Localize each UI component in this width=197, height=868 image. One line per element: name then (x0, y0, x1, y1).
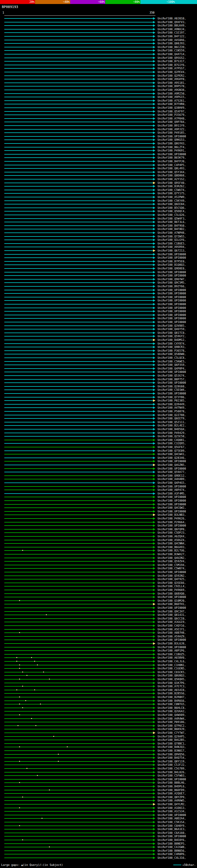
hit-label[interactable]: UniRef100_Q25E58, (158, 435, 186, 438)
hit-label[interactable]: UniRef100_B9P578, (158, 85, 186, 88)
hit-label[interactable]: UniRef100_A654I8, (158, 688, 186, 692)
hit-label[interactable]: UniRef100_A52PW9, (158, 195, 186, 199)
hit-label[interactable]: UniRef100_B6LZT4, (158, 146, 186, 149)
hit-label[interactable]: UniRef100_UPI0000 (158, 595, 186, 599)
hit-label[interactable]: UniRef100_C1BUE5, (158, 242, 186, 245)
hit-label[interactable]: UniRef100_B6DTH1, (158, 602, 186, 606)
hit-label[interactable]: UniRef100_UPI0000 (158, 835, 186, 838)
hit-label[interactable]: UniRef100_Q67213, (158, 249, 186, 252)
hit-label[interactable]: UniRef100_Q5GF67, (158, 445, 186, 449)
hit-label[interactable]: UniRef100_UPI0000 (158, 271, 186, 274)
hit-label[interactable]: UniRef100_Q4GZN5, (158, 463, 186, 467)
hit-label[interactable]: UniRef100_B8P757, (158, 378, 186, 381)
hit-label[interactable]: UniRef100_Q4CW41, (158, 453, 186, 456)
hit-label[interactable]: UniRef100_A9PJZ2, (158, 128, 186, 131)
hit-label[interactable]: UniRef100_Q4WX89, (158, 713, 186, 717)
hit-label[interactable]: UniRef100_A7S261, (158, 99, 186, 102)
hit-label[interactable]: UniRef100_UPI0000 (158, 306, 186, 310)
hit-label[interactable]: UniRef100_Q4YLM2, (158, 803, 186, 806)
hit-label[interactable]: UniRef100_C5LQ26, (158, 213, 186, 217)
hit-label[interactable]: UniRef100_UPI0000 (158, 813, 186, 817)
hit-label[interactable]: UniRef100_UPI0000 (158, 256, 186, 259)
hit-label[interactable]: UniRef100_Q00J93, (158, 42, 186, 45)
hit-label[interactable]: UniRef100_A59AZ9, (158, 635, 186, 638)
hit-label[interactable]: UniRef100_Q59A77, (158, 470, 186, 474)
hit-label[interactable]: UniRef100_C1GEN5, (158, 667, 186, 670)
hit-label[interactable]: UniRef100_Q4CQW2, (158, 506, 186, 509)
hit-label[interactable]: UniRef100_B911Y9, (158, 124, 186, 127)
hit-label[interactable]: UniRef100_P49691, (158, 149, 186, 152)
hit-label[interactable]: UniRef100_Q7P6C2, (158, 724, 186, 727)
hit-label[interactable]: UniRef100_UPI0000 (158, 299, 186, 302)
hit-label[interactable]: UniRef100_C5KY49, (158, 199, 186, 203)
hit-label[interactable]: UniRef100_P49669, (158, 588, 186, 592)
hit-label[interactable]: UniRef100_Q4AT14, (158, 53, 186, 56)
hit-label[interactable]: UniRef100_A4R4W4, (158, 717, 186, 720)
hit-label[interactable]: UniRef100_B8BLH6, (158, 781, 186, 784)
hit-label[interactable]: UniRef100_Q9DE12, (158, 474, 186, 477)
hit-label[interactable]: UniRef100_Q0YZP9, (158, 796, 186, 799)
hit-label[interactable]: UniRef100_B6A1E3, (158, 828, 186, 831)
hit-label[interactable]: UniRef100_C5LQC8, (158, 356, 186, 360)
hit-label[interactable]: UniRef100_B7FHR0, (158, 102, 186, 106)
hit-label[interactable]: UniRef100_C32Q95, (158, 442, 186, 445)
hit-label[interactable]: UniRef100_B4R6G6, (158, 699, 186, 703)
hit-label[interactable]: UniRef100_Q2PEV4, (158, 70, 186, 74)
hit-label[interactable]: UniRef100_P50878, (158, 410, 186, 413)
hit-label[interactable]: UniRef100_C5M194, (158, 563, 186, 567)
hit-label[interactable]: UniRef100_B2L4E2, (158, 424, 186, 427)
hit-label[interactable]: UniRef100_C4QY16, (158, 624, 186, 627)
hit-label[interactable]: UniRef100_B7G1Y6, (158, 63, 186, 67)
hit-label[interactable]: UniRef100_UPI0000 (158, 499, 186, 502)
hit-label[interactable]: UniRef100_Q5XF97, (158, 110, 186, 113)
hit-label[interactable]: UniRef100_UPI0000 (158, 292, 186, 295)
hit-label[interactable]: UniRef100_B4FPJ0, (158, 160, 186, 163)
hit-label[interactable]: UniRef100_C4P4P5, (158, 163, 186, 167)
hit-label[interactable]: UniRef100_B5CSQ6, (158, 206, 186, 210)
hit-label[interactable]: UniRef100_B4G2B5, (158, 738, 186, 742)
hit-label[interactable]: UniRef100_P35679, (158, 113, 186, 117)
hit-label[interactable]: UniRef100_Q2Z788, (158, 413, 186, 417)
hit-label[interactable]: UniRef100_UPI0000 (158, 313, 186, 317)
hit-label[interactable]: UniRef100_A9PG15, (158, 95, 186, 99)
hit-label[interactable]: UniRef100_P49185, (158, 131, 186, 134)
hit-label[interactable]: UniRef100_A9GN38, (158, 88, 186, 92)
hit-label[interactable]: UniRef100_B4F8D2, (158, 227, 186, 231)
hit-label[interactable]: UniRef100_A0D2A4, (158, 817, 186, 820)
hit-label[interactable]: UniRef100_UPI0000 (158, 370, 186, 374)
hit-label[interactable]: UniRef100_B8N056, (158, 849, 186, 852)
hit-label[interactable]: UniRef100_Q6EET9, (158, 417, 186, 420)
hit-label[interactable]: UniRef100_UPI0000 (158, 303, 186, 306)
hit-label[interactable]: UniRef100_C0NTG5, (158, 703, 186, 706)
hit-label[interactable]: UniRef100_P36578, (158, 349, 186, 352)
hit-label[interactable]: UniRef100_Q5DQC4, (158, 210, 186, 213)
hit-label[interactable]: UniRef100_A8B7H8, (158, 631, 186, 634)
hit-label[interactable]: UniRef100_UPI0000 (158, 320, 186, 324)
hit-label[interactable]: UniRef100_B3LNB3, (158, 513, 186, 517)
hit-label[interactable]: UniRef100_Q5KQH5, (158, 678, 186, 681)
hit-label[interactable]: UniRef100_A1D013, (158, 806, 186, 810)
hit-label[interactable]: UniRef100_A9RI50, (158, 92, 186, 95)
hit-label[interactable]: UniRef100_B4L026, (158, 771, 186, 774)
hit-label[interactable]: UniRef100_C4Q081, (158, 438, 186, 442)
hit-label[interactable]: UniRef100_B6K9J9, (158, 727, 186, 731)
hit-label[interactable]: UniRef100_Q73Y86, (158, 396, 186, 399)
hit-label[interactable]: UniRef100_Q6P3S9, (158, 363, 186, 367)
hit-label[interactable]: UniRef100_B4Q754, (158, 756, 186, 760)
hit-label[interactable]: UniRef100_Q28G60, (158, 385, 186, 388)
hit-label[interactable]: UniRef100_Q4P4G5, (158, 481, 186, 485)
hit-label[interactable]: UniRef100_Q9VQ56, (158, 753, 186, 756)
hit-label[interactable]: UniRef100_Q7ZWS5, (158, 235, 186, 238)
hit-label[interactable]: UniRef100_B6DFD9, (158, 788, 186, 792)
hit-label[interactable]: UniRef100_Q9C2H7, (158, 610, 186, 613)
hit-label[interactable]: UniRef100_Q0D868, (158, 174, 186, 177)
hit-label[interactable]: UniRef100_C4R0P6, (158, 852, 186, 856)
hit-label[interactable]: UniRef100_C5WU74, (158, 188, 186, 192)
hit-label[interactable]: UniRef100_Q53G74, (158, 374, 186, 377)
hit-label[interactable]: UniRef100_C5K1S4, (158, 820, 186, 824)
hit-label[interactable]: UniRef100_P49626, (158, 517, 186, 520)
hit-label[interactable]: UniRef100_A7PSS7, (158, 67, 186, 70)
hit-label[interactable]: UniRef100_UPI0000 (158, 570, 186, 574)
hit-label[interactable]: UniRef100_B4D5Q4, (158, 428, 186, 431)
hit-label[interactable]: UniRef100_Q2PER2, (158, 74, 186, 78)
